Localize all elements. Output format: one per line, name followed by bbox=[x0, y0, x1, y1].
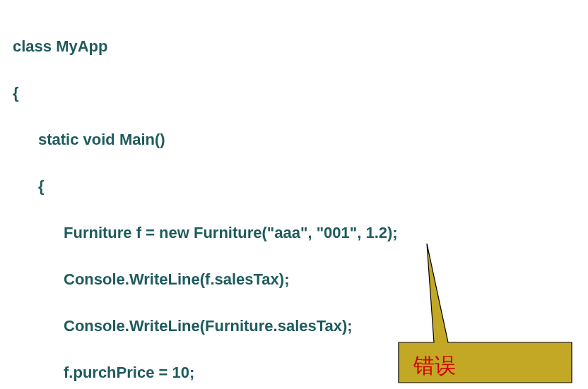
code-line-2: { bbox=[13, 81, 575, 104]
code-line-4: { bbox=[13, 174, 575, 198]
code-line-5: Furniture f = new Furniture("aaa", "001"… bbox=[13, 221, 575, 244]
callout-label: 错误 bbox=[413, 352, 456, 381]
code-line-3: static void Main() bbox=[13, 128, 575, 151]
code-line-1: class MyApp bbox=[13, 35, 575, 58]
